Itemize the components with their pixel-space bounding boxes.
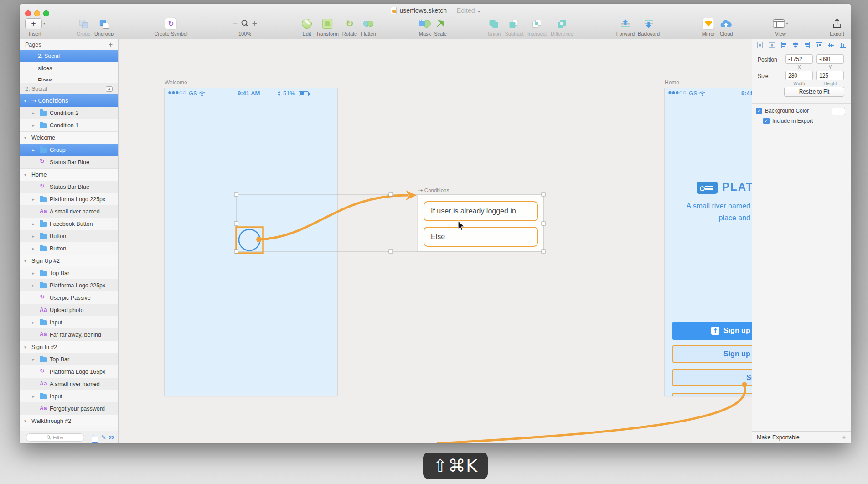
pen-icon[interactable]: ✎ [101,434,106,441]
layer-row-conditions[interactable]: ⇢ Conditions [20,94,118,107]
zoom-in-icon[interactable]: + [249,20,260,28]
disclosure-triangle-icon[interactable] [32,123,38,128]
layer-row-input2[interactable]: Input [20,390,118,402]
disclosure-triangle-icon[interactable] [24,172,30,177]
disclosure-triangle-icon[interactable] [24,419,30,423]
include-in-export-checkbox[interactable]: ✓ [763,118,770,124]
partial-button[interactable] [672,393,752,396]
align-left-icon[interactable] [780,42,787,48]
signin-button[interactable]: Sig [672,369,752,386]
artboard-home[interactable]: ●●●○○ GS 9:41 PLAT A small river named p… [665,88,752,396]
layer-row-statusbar2[interactable]: Status Bar Blue [20,181,118,193]
page-item-flows[interactable]: Flows [20,75,118,81]
add-export-icon[interactable]: + [842,433,846,442]
distribute-horizontally-icon[interactable] [757,42,764,48]
canvas[interactable]: Welcome ●●●○○ GS 9:41 AM 51% Home ●● [119,39,752,443]
make-exportable-bar[interactable]: Make Exportable + [752,431,851,443]
toolbar-mirror[interactable]: Mirror [702,17,715,36]
toolbar-zoom[interactable]: − + 100% [229,17,260,36]
show-pages-icon[interactable] [93,435,98,440]
layer-row-signin2[interactable]: Sign In #2 [20,341,118,353]
layer-row-topbar[interactable]: Top Bar [20,267,118,279]
conditions-group-label[interactable]: ⇢ Conditions [418,187,449,193]
layer-row-welcome[interactable]: Welcome [20,131,118,144]
disclosure-triangle-icon[interactable] [24,259,30,263]
current-page-bar[interactable]: 2. Social ▲ [20,83,118,95]
toolbar-create-symbol[interactable]: ↻ Create Symbol [155,17,188,36]
disclosure-triangle-icon[interactable] [24,345,30,349]
artboard-welcome[interactable]: ●●●○○ GS 9:41 AM 51% [165,88,337,396]
align-middle-vertical-icon[interactable] [827,42,834,48]
toolbar-view[interactable]: ▾ View [773,17,788,36]
layer-row-topbar2[interactable]: Top Bar [20,353,118,365]
toolbar-edit[interactable]: Edit [302,17,312,36]
align-top-icon[interactable] [816,42,822,48]
layer-row-statusbar[interactable]: Status Bar Blue [20,156,118,168]
add-page-button[interactable]: + [108,41,113,49]
disclosure-triangle-icon[interactable] [24,99,30,103]
size-width-input[interactable] [785,71,813,80]
condition-option-2[interactable]: Else [424,227,538,247]
artboard-title-home[interactable]: Home [665,79,679,86]
layer-row-group[interactable]: Group [20,144,118,156]
size-height-input[interactable] [816,71,844,80]
layer-row-walkthrough2[interactable]: Walkthrough #2 [20,415,118,427]
layer-row-text[interactable]: A small river named [20,205,118,218]
disclosure-triangle-icon[interactable] [32,283,38,288]
align-center-horizontal-icon[interactable] [792,42,799,48]
disclosure-triangle-icon[interactable] [32,394,38,399]
align-right-icon[interactable] [804,42,811,48]
zoom-out-icon[interactable]: − [229,20,241,28]
layer-row-button[interactable]: Button [20,230,118,242]
page-item-slices[interactable]: slices [20,62,118,75]
disclosure-triangle-icon[interactable] [32,222,38,226]
toolbar-cloud[interactable]: Cloud [720,17,733,36]
disclosure-triangle-icon[interactable] [32,246,38,251]
toolbar-mask[interactable]: Mask [419,17,431,36]
signup-button[interactable]: Sign up w [672,345,752,363]
filter-input[interactable]: Filter [26,433,84,442]
conditions-group[interactable]: If user is already logged in Else [417,195,543,251]
artboard-title-welcome[interactable]: Welcome [165,79,187,86]
disclosure-triangle-icon[interactable] [32,197,38,202]
toolbar-forward[interactable]: Forward [616,17,635,36]
toolbar-rotate[interactable]: ↻ Rotate [342,17,357,36]
layer-row-upload-photo[interactable]: Upload photo [20,304,118,316]
layer-row-condition2[interactable]: Condition 2 [20,107,118,119]
collapse-pages-icon[interactable]: ▲ [106,86,113,92]
resize-to-fit-button[interactable]: Resize to Fit [784,87,844,97]
layer-row-small-river[interactable]: A small river named [20,378,118,390]
layer-row-far-far-away[interactable]: Far far away, behind [20,328,118,341]
layer-row-platforma-logo2[interactable]: Platforma Logo 225px [20,279,118,291]
background-color-well[interactable] [832,108,845,115]
position-y-input[interactable] [816,54,844,64]
layer-row-userpic[interactable]: Userpic Passive [20,291,118,304]
page-item-social[interactable]: 2. Social [20,50,118,62]
title-caret-icon[interactable]: ▾ [478,10,480,14]
disclosure-triangle-icon[interactable] [32,320,38,325]
layer-row-input[interactable]: Input [20,316,118,328]
layer-row-platforma-logo-165[interactable]: Platforma Logo 165px [20,365,118,378]
layer-row-button[interactable]: Button [20,242,118,255]
facebook-signup-button[interactable]: f Sign up w [672,322,752,340]
disclosure-triangle-icon[interactable] [32,234,38,239]
layer-row-signup2[interactable]: Sign Up #2 [20,255,118,267]
position-x-input[interactable] [785,54,813,64]
layer-row-facebook-button[interactable]: Facebook Button [20,218,118,230]
layer-row-home[interactable]: Home [20,168,118,181]
disclosure-triangle-icon[interactable] [32,271,38,276]
distribute-vertically-icon[interactable] [769,42,775,48]
toolbar-flatten[interactable]: Flatten [361,17,376,36]
toolbar-export[interactable]: Export [830,17,844,36]
disclosure-triangle-icon[interactable] [32,148,38,152]
layer-row-condition1[interactable]: Condition 1 [20,119,118,131]
background-color-checkbox[interactable]: ✓ [756,108,762,114]
layer-row-platforma-logo[interactable]: Platforma Logo 225px [20,193,118,205]
plus-icon[interactable]: + [25,18,42,29]
toolbar-scale[interactable]: Scale [434,17,447,36]
disclosure-triangle-icon[interactable] [32,357,38,362]
toolbar-insert[interactable]: +▾ Insert [25,17,45,36]
toolbar-transform[interactable]: Transform [316,17,339,36]
condition-option-1[interactable]: If user is already logged in [424,201,538,221]
layer-row-forgot-password[interactable]: Forgot your password [20,402,118,415]
